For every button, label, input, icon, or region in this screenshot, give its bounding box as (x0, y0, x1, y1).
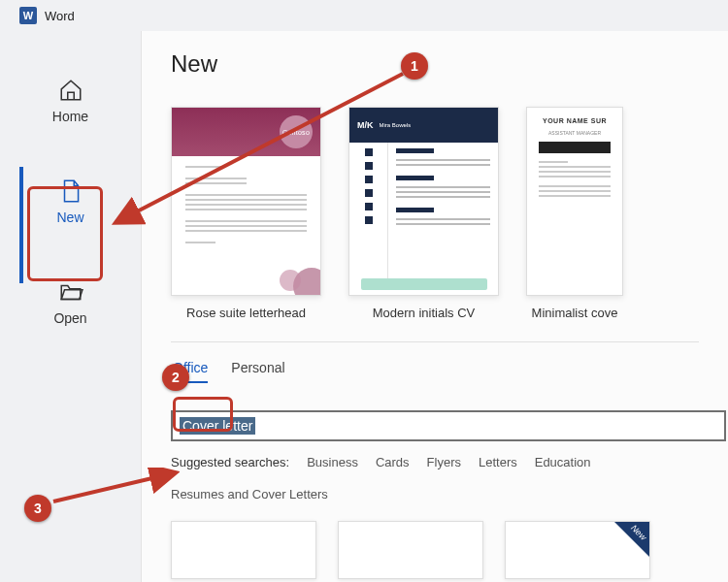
sidebar-item-label: New (56, 210, 83, 225)
suggested-link[interactable]: Resumes and Cover Letters (171, 487, 328, 501)
title-bar: W Word (0, 0, 728, 31)
initials: M/K (357, 120, 374, 130)
open-folder-icon (58, 279, 83, 305)
sidebar-item-home[interactable]: Home (0, 60, 141, 142)
template-thumb: YOUR NAME SUR ASSISTANT MANAGER (526, 107, 623, 296)
sidebar-item-label: Open (53, 310, 86, 326)
annotation-number-2: 2 (162, 364, 189, 391)
app-title: Word (45, 9, 75, 23)
result-card[interactable] (338, 521, 483, 579)
template-card-rose[interactable]: Contoso Rose suite letterhead (171, 107, 321, 320)
template-label: Modern initials CV (373, 306, 476, 320)
header-text: YOUR NAME SUR (527, 108, 622, 130)
sidebar-item-label: Home (52, 109, 88, 124)
backstage-sidebar: Home New Open (0, 31, 141, 582)
result-card[interactable] (171, 521, 316, 579)
template-thumb: Contoso (171, 107, 321, 296)
home-icon (58, 78, 83, 103)
suggested-link[interactable]: Letters (479, 455, 517, 469)
suggested-link[interactable]: Cards (376, 455, 410, 469)
name: Mira Bowels (380, 122, 412, 128)
templates-row: Contoso Rose suite letterhead M/KMira Bo… (171, 107, 728, 320)
main-panel: New Contoso Rose suite letterhead (141, 31, 728, 582)
page-heading: New (171, 50, 728, 78)
divider (171, 341, 699, 342)
brand-badge: Contoso (280, 115, 313, 148)
suggested-link[interactable]: Education (535, 455, 591, 469)
new-ribbon-icon: New (614, 522, 649, 557)
suggested-link[interactable]: Flyers (427, 455, 461, 469)
annotation-number-1: 1 (401, 52, 428, 80)
annotation-number-3: 3 (24, 495, 51, 522)
suggested-label: Suggested searches: (171, 455, 289, 469)
template-tabs: Office Personal (171, 360, 728, 383)
word-app-icon: W (19, 7, 37, 24)
template-card-minimalist[interactable]: YOUR NAME SUR ASSISTANT MANAGER Minimali… (526, 107, 623, 320)
sidebar-item-new[interactable]: New (0, 161, 141, 242)
template-thumb: M/KMira Bowels (348, 107, 499, 296)
template-label: Rose suite letterhead (186, 306, 306, 320)
search-results-row: New (171, 521, 728, 579)
suggested-link[interactable]: Business (307, 455, 358, 469)
result-card[interactable]: New (505, 521, 650, 579)
new-doc-icon (58, 178, 83, 204)
template-card-modern[interactable]: M/KMira Bowels Modern initials CV (348, 107, 499, 320)
sidebar-item-open[interactable]: Open (0, 262, 141, 343)
tab-personal[interactable]: Personal (231, 360, 284, 383)
template-label: Minimalist cove (532, 306, 618, 320)
suggested-searches: Suggested searches: Business Cards Flyer… (171, 455, 728, 501)
search-value: Cover letter (180, 417, 255, 435)
template-search-input[interactable]: Cover letter (171, 410, 726, 441)
